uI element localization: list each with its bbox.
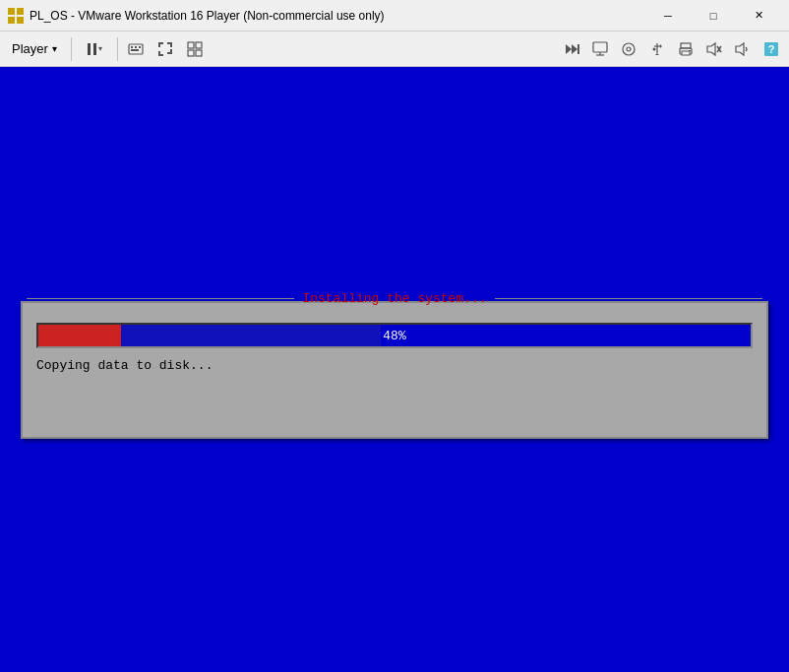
progress-bar-container: 48% bbox=[36, 323, 753, 348]
svg-marker-30 bbox=[707, 43, 715, 55]
close-button[interactable]: ✕ bbox=[736, 0, 781, 31]
svg-point-23 bbox=[653, 47, 656, 50]
player-menu[interactable]: Player ▾ bbox=[4, 37, 65, 60]
separator-2 bbox=[117, 37, 118, 61]
svg-marker-13 bbox=[566, 44, 572, 54]
svg-rect-2 bbox=[8, 17, 15, 24]
svg-rect-29 bbox=[689, 50, 691, 51]
svg-text:?: ? bbox=[768, 43, 775, 55]
svg-point-19 bbox=[623, 43, 635, 55]
pause-icon bbox=[88, 43, 96, 55]
svg-rect-11 bbox=[188, 50, 194, 56]
unity-button[interactable] bbox=[181, 35, 209, 63]
printer-button[interactable] bbox=[672, 35, 699, 63]
toolbar-right: ? bbox=[558, 35, 785, 63]
fast-forward-button[interactable] bbox=[558, 35, 585, 63]
unity-icon bbox=[187, 41, 203, 57]
fast-forward-icon bbox=[564, 41, 579, 57]
status-text: Copying data to disk... bbox=[36, 358, 753, 373]
minimize-button[interactable]: ─ bbox=[645, 0, 691, 31]
svg-marker-24 bbox=[660, 44, 662, 48]
menu-bar: Player ▾ ▾ bbox=[0, 31, 789, 67]
progress-fill bbox=[38, 325, 381, 346]
printer-icon bbox=[678, 41, 694, 57]
network-icon bbox=[592, 41, 608, 57]
install-dialog: Installing the system... 48% Copying dat… bbox=[21, 301, 768, 439]
player-menu-arrow: ▾ bbox=[52, 43, 57, 54]
svg-rect-10 bbox=[196, 42, 202, 48]
keyboard-icon bbox=[128, 42, 144, 56]
window-title: PL_OS - VMware Workstation 16 Player (No… bbox=[30, 9, 639, 23]
svg-marker-33 bbox=[736, 43, 744, 55]
progress-label: 48% bbox=[383, 328, 405, 342]
svg-rect-6 bbox=[135, 46, 137, 48]
dialog-title-line-left bbox=[27, 298, 294, 299]
usb-icon bbox=[649, 41, 665, 57]
svg-rect-7 bbox=[139, 46, 141, 48]
vm-display[interactable]: Installing the system... 48% Copying dat… bbox=[0, 67, 789, 672]
maximize-button[interactable]: □ bbox=[691, 0, 736, 31]
svg-rect-0 bbox=[8, 8, 15, 15]
fullscreen-button[interactable] bbox=[152, 35, 179, 63]
svg-rect-28 bbox=[682, 51, 690, 55]
help-button[interactable]: ? bbox=[758, 35, 785, 63]
network-button[interactable] bbox=[586, 35, 614, 63]
title-bar: PL_OS - VMware Workstation 16 Player (No… bbox=[0, 0, 789, 31]
dialog-title-line-right bbox=[495, 298, 762, 299]
svg-rect-9 bbox=[188, 42, 194, 48]
usb-button[interactable] bbox=[643, 35, 671, 63]
cd-icon bbox=[621, 41, 637, 57]
svg-point-20 bbox=[627, 47, 631, 51]
vmware-logo-icon bbox=[8, 8, 24, 24]
send-keys-button[interactable] bbox=[122, 35, 150, 63]
dialog-title-bar: Installing the system... bbox=[23, 291, 766, 306]
svg-rect-8 bbox=[131, 49, 139, 51]
sound-down-icon bbox=[735, 41, 751, 57]
svg-rect-16 bbox=[593, 42, 607, 52]
sound-mute-button[interactable] bbox=[700, 35, 728, 63]
svg-rect-12 bbox=[196, 50, 202, 56]
player-menu-label: Player bbox=[12, 41, 48, 56]
sound-mute-icon bbox=[706, 41, 722, 57]
svg-rect-26 bbox=[681, 43, 691, 48]
sound-down-button[interactable] bbox=[729, 35, 757, 63]
svg-rect-15 bbox=[577, 44, 579, 54]
svg-marker-25 bbox=[655, 53, 659, 55]
fullscreen-icon bbox=[157, 41, 173, 57]
help-icon: ? bbox=[763, 41, 779, 57]
pause-button[interactable]: ▾ bbox=[78, 35, 113, 63]
pause-dropdown-arrow: ▾ bbox=[98, 44, 102, 53]
svg-rect-5 bbox=[131, 46, 133, 48]
svg-rect-1 bbox=[17, 8, 24, 15]
toolbar-separator bbox=[71, 37, 72, 61]
window-controls: ─ □ ✕ bbox=[645, 0, 781, 31]
cd-button[interactable] bbox=[615, 35, 642, 63]
dialog-title-text: Installing the system... bbox=[298, 291, 490, 306]
svg-marker-14 bbox=[572, 44, 577, 54]
svg-rect-3 bbox=[17, 17, 24, 24]
